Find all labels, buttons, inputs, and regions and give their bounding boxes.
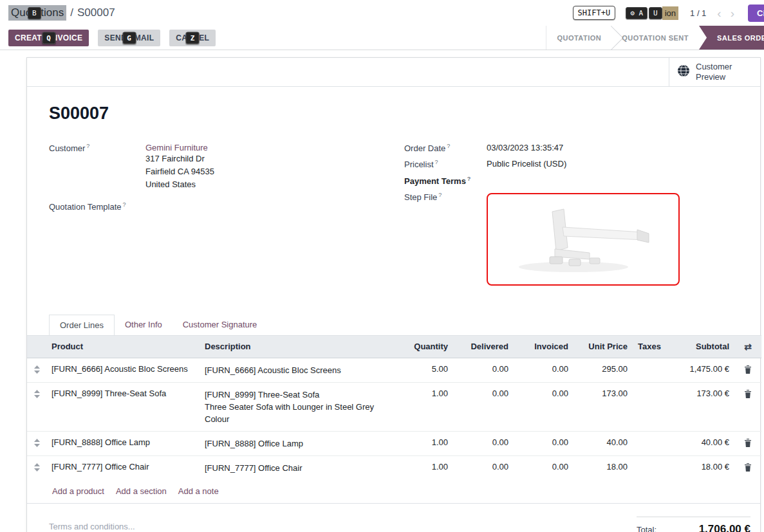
order-date-value[interactable]: 03/03/2023 13:35:47 — [487, 143, 563, 153]
drag-handle-icon[interactable] — [34, 390, 40, 400]
header-delivered[interactable]: Delivered — [453, 335, 514, 358]
cell-description[interactable]: [FURN_6666] Acoustic Bloc Screens — [200, 358, 399, 382]
cell-unit-price[interactable]: 295.00 — [573, 358, 633, 382]
help-icon: ? — [86, 143, 89, 149]
cell-invoiced[interactable]: 0.00 — [514, 431, 573, 455]
step-file-label: Step File? — [404, 192, 487, 286]
form-right-column: Order Date? 03/03/2023 13:35:47 Pricelis… — [404, 143, 738, 291]
gear-icon[interactable]: ⚙ A — [626, 7, 648, 19]
add-note-link[interactable]: Add a note — [178, 486, 219, 496]
breadcrumb: Quotations B / S00007 — [8, 5, 115, 21]
hint-badge-q: Q — [42, 32, 55, 44]
globe-icon — [677, 64, 690, 80]
cell-delivered[interactable]: 0.00 — [453, 382, 514, 431]
drag-handle-icon[interactable] — [34, 439, 40, 449]
create-invoice-button[interactable]: CREATE INVOICE Q — [8, 30, 89, 46]
status-step-sales-order[interactable]: SALES ORDER — [699, 26, 764, 50]
header-invoiced[interactable]: Invoiced — [514, 335, 573, 358]
drag-handle-icon[interactable] — [34, 463, 40, 473]
cell-description[interactable]: [FURN_8888] Office Lamp — [200, 431, 399, 455]
pager-next-button[interactable]: › — [731, 7, 734, 19]
cell-delivered[interactable]: 0.00 — [453, 431, 514, 455]
row-cell — [27, 455, 46, 480]
tab-other-info[interactable]: Other Info — [115, 315, 172, 335]
cell-invoiced[interactable]: 0.00 — [514, 455, 573, 480]
cell-product[interactable]: [FURN_8888] Office Lamp — [46, 431, 200, 455]
cell-subtotal: 40.00 € — [662, 431, 734, 455]
cancel-button[interactable]: CANCEL Z — [169, 30, 216, 46]
cell-taxes[interactable] — [633, 358, 662, 382]
cell-description[interactable]: [FURN_7777] Office Chair — [200, 455, 399, 480]
row-cell — [734, 382, 761, 431]
hint-badge-z: Z — [186, 32, 200, 44]
breadcrumb-quotations[interactable]: Quotations B — [8, 5, 66, 21]
customer-link[interactable]: Gemini Furniture — [145, 143, 208, 152]
sheet-footer: Terms and conditions... Total: 1,706.00 … — [27, 504, 760, 532]
header-subtotal[interactable]: Subtotal — [662, 335, 734, 358]
cell-product[interactable]: [FURN_7777] Office Chair — [46, 455, 200, 480]
header-product[interactable]: Product — [46, 335, 200, 358]
corner-button[interactable]: Ci — [748, 5, 764, 22]
sheet-header: Customer Preview — [27, 58, 760, 87]
cell-product[interactable]: [FURN_6666] Acoustic Bloc Screens — [46, 358, 200, 382]
delete-row-icon[interactable] — [744, 439, 752, 449]
delete-row-icon[interactable] — [744, 365, 752, 376]
cell-product[interactable]: [FURN_8999] Three-Seat Sofa — [46, 382, 200, 431]
cell-unit-price[interactable]: 18.00 — [573, 455, 633, 480]
cell-taxes[interactable] — [633, 455, 662, 480]
cell-subtotal: 173.00 € — [662, 382, 734, 431]
cell-delivered[interactable]: 0.00 — [453, 455, 514, 480]
row-cell — [734, 455, 761, 480]
delete-row-icon[interactable] — [744, 390, 752, 400]
cell-quantity[interactable]: 5.00 — [399, 358, 453, 382]
total-block: Total: 1,706.00 € — [637, 517, 750, 532]
status-bar: QUOTATION QUOTATION SENT SALES ORDER — [546, 26, 764, 50]
pricelist-value[interactable]: Public Pricelist (USD) — [487, 159, 566, 169]
customer-preview-button[interactable]: Customer Preview — [669, 58, 760, 86]
tab-customer-signature[interactable]: Customer Signature — [172, 315, 268, 335]
cell-quantity[interactable]: 1.00 — [399, 382, 453, 431]
help-icon: ? — [447, 143, 450, 149]
cell-quantity[interactable]: 1.00 — [399, 431, 453, 455]
add-product-link[interactable]: Add a product — [52, 486, 104, 496]
drag-handle-icon[interactable] — [34, 365, 40, 376]
customer-value: Gemini Furniture 317 Fairchild Dr Fairfi… — [145, 143, 214, 191]
status-step-quotation[interactable]: QUOTATION — [546, 26, 611, 50]
add-section-link[interactable]: Add a section — [116, 486, 167, 496]
status-step-quotation-sent[interactable]: QUOTATION SENT — [611, 26, 699, 50]
tab-order-lines[interactable]: Order Lines — [49, 315, 115, 335]
delete-row-icon[interactable] — [744, 463, 752, 473]
line-add-links: Add a product Add a section Add a note — [27, 480, 760, 504]
header-quantity[interactable]: Quantity — [399, 335, 453, 358]
step-file-preview[interactable] — [487, 193, 680, 286]
field-payment-terms: Payment Terms? — [404, 176, 738, 186]
cell-delivered[interactable]: 0.00 — [453, 358, 514, 382]
terms-and-conditions-input[interactable]: Terms and conditions... — [49, 517, 135, 531]
header-unit-price[interactable]: Unit Price — [573, 335, 633, 358]
optional-columns-icon[interactable]: ⇄ — [744, 342, 752, 352]
row-cell — [734, 358, 761, 382]
pricelist-label: Pricelist? — [404, 159, 487, 169]
cell-unit-price[interactable]: 40.00 — [573, 431, 633, 455]
cell-taxes[interactable] — [633, 431, 662, 455]
cell-unit-price[interactable]: 173.00 — [573, 382, 633, 431]
header-description[interactable]: Description — [200, 335, 399, 358]
row-cell — [27, 382, 46, 431]
cell-invoiced[interactable]: 0.00 — [514, 358, 573, 382]
control-panel-buttons: CREATE INVOICE Q SEND EMAIL G CANCEL Z Q… — [0, 26, 764, 50]
table-row: [FURN_7777] Office Chair [FURN_7777] Off… — [27, 455, 761, 480]
send-email-button[interactable]: SEND EMAIL G — [98, 30, 160, 46]
cell-quantity[interactable]: 1.00 — [399, 455, 453, 480]
payment-terms-label: Payment Terms? — [404, 176, 487, 186]
customer-address-line: 317 Fairchild Dr — [145, 152, 214, 165]
row-cell — [27, 358, 46, 382]
action-menu-button[interactable]: ⚙ A U ion — [624, 6, 678, 20]
action-buttons: CREATE INVOICE Q SEND EMAIL G CANCEL Z — [0, 26, 216, 50]
cell-invoiced[interactable]: 0.00 — [514, 382, 573, 431]
header-taxes[interactable]: Taxes — [633, 335, 662, 358]
cell-description[interactable]: [FURN_8999] Three-Seat SofaThree Seater … — [200, 382, 399, 431]
cell-taxes[interactable] — [633, 382, 662, 431]
pager-prev-button[interactable]: ‹ — [717, 7, 721, 19]
sheet-body: S00007 Customer? Gemini Furniture 317 Fa… — [27, 87, 760, 335]
breadcrumb-separator: / — [70, 6, 73, 19]
